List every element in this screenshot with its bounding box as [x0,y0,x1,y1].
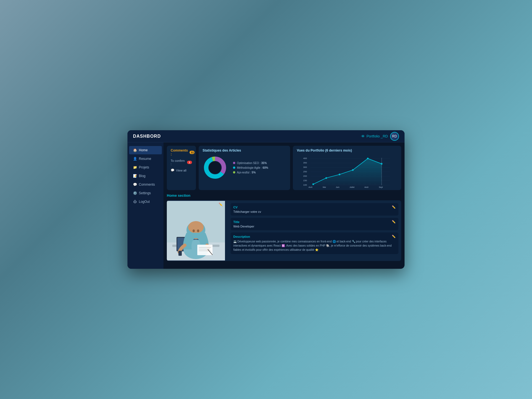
comments-title: Comments : [171,149,188,156]
home-content: ✏️ [167,200,401,261]
resume-icon: 👤 [133,157,137,161]
articles-card-title: Statistiques des Articles [203,149,286,152]
title-value: Web Developer [233,225,396,228]
body: 🏠 Home 👤 Resume 📁 Projets 📝 Blog 💬 Comme… [127,142,405,269]
sidebar-item-comments[interactable]: 💬 Comments [129,180,162,189]
sidebar-label-home: Home [139,148,148,152]
stats-row: Comments : 11 To confirm : 1 💬 View all … [167,146,401,190]
cv-block: CV ✏️ Télécharger votre cv [231,203,398,216]
sidebar-label-comments: Comments [139,183,155,186]
legend-item-seo: Optimisation SEO : 35% [233,162,268,165]
legend-dot-api [233,171,235,173]
blog-icon: 📝 [133,174,137,178]
svg-point-4 [209,162,221,174]
topbar-right: 👁 Portfolio _RD RD [361,132,399,141]
chart-point-juin [339,174,341,175]
legend-label-seo: Optimisation SEO : 35% [237,162,267,165]
avatar[interactable]: RD [390,132,399,141]
sidebar-item-resume[interactable]: 👤 Resume [129,155,162,163]
portfolio-card: Vues du Portfolio (6 derniers mois) 400 … [293,146,401,190]
photo-area: ✏️ [167,200,225,261]
desc-edit-button[interactable]: ✏️ [392,235,396,238]
svg-text:Juillet: Juillet [350,186,355,188]
comments-icon: 💬 [133,183,137,186]
legend-item-agile: Méthodologie Agile : 60% [233,166,268,169]
svg-text:Avril: Avril [309,186,313,188]
main-window: DASHBORD 👁 Portfolio _RD RD 🏠 Home 👤 Res… [127,130,405,269]
cv-label: CV [233,206,237,209]
articles-content: Optimisation SEO : 35% Méthodologie Agil… [203,155,286,180]
chart-point-sept [381,163,383,165]
sidebar-item-settings[interactable]: ⚙️ Settings [129,189,162,197]
svg-text:150: 150 [303,179,307,182]
app-title: DASHBORD [133,134,161,139]
confirm-row: To confirm : 1 [171,159,192,166]
person-illustration [167,200,225,261]
chart-legend: Optimisation SEO : 35% Méthodologie Agil… [233,162,268,174]
donut-chart [203,155,227,180]
svg-text:Juin: Juin [336,186,339,188]
confirm-label: To confirm : [171,159,185,166]
cv-edit-button[interactable]: ✏️ [392,205,396,209]
confirm-badge: 1 [187,161,192,164]
projets-icon: 📁 [133,165,137,169]
portfolio-label: Portfolio _RD [367,134,388,138]
title-block: Title ✏️ Web Developer [231,218,398,230]
main-content: Comments : 11 To confirm : 1 💬 View all … [163,142,405,269]
sidebar-item-projets[interactable]: 📁 Projets [129,163,162,172]
svg-text:100: 100 [303,184,307,186]
sidebar: 🏠 Home 👤 Resume 📁 Projets 📝 Blog 💬 Comme… [127,142,163,269]
articles-card: Statistiques des Articles [199,146,290,190]
legend-label-api: Api-restful : 5% [237,171,256,174]
desc-label: Description [233,235,250,238]
title-edit-button[interactable]: ✏️ [392,220,396,224]
comments-header: Comments : 11 [171,149,192,156]
chart-point-juillet [352,169,354,171]
sidebar-item-blog[interactable]: 📝 Blog [129,172,162,180]
cv-block-header: CV ✏️ [233,205,396,209]
donut-svg [203,155,227,180]
view-all-label: View all [176,169,186,172]
view-all-icon: 💬 [171,168,175,172]
sidebar-label-logout: LogOut [139,200,150,204]
title-label: Title [233,220,239,224]
legend-item-api: Api-restful : 5% [233,171,268,174]
svg-rect-38 [178,251,182,256]
sidebar-label-blog: Blog [139,174,145,178]
portfolio-link[interactable]: 👁 Portfolio _RD [361,134,388,139]
legend-dot-seo [233,162,235,164]
sidebar-label-projets: Projets [139,165,149,169]
svg-text:Sept: Sept [379,186,383,188]
view-all-button[interactable]: 💬 View all [171,168,192,172]
svg-text:300: 300 [303,166,307,168]
sidebar-item-logout[interactable]: ⏻ LogOut [129,198,162,206]
sidebar-label-settings: Settings [139,191,151,195]
sidebar-item-home[interactable]: 🏠 Home [129,146,162,154]
sidebar-label-resume: Resume [139,157,151,161]
svg-text:Août: Août [364,186,368,188]
cv-value: Télécharger votre cv [233,210,396,213]
chart-point-avril [313,183,314,185]
legend-label-agile: Méthodologie Agile : 60% [237,166,268,169]
home-icon: 🏠 [133,148,137,152]
desc-block-header: Description ✏️ [233,235,396,238]
eye-icon: 👁 [361,134,365,139]
svg-text:250: 250 [303,170,307,173]
svg-point-37 [197,229,199,232]
logout-icon: ⏻ [133,200,137,204]
right-content: CV ✏️ Télécharger votre cv Title ✏️ Web … [228,200,401,261]
svg-rect-39 [197,245,213,255]
svg-text:200: 200 [303,175,307,177]
portfolio-chart-svg: 400 350 300 250 200 150 100 [297,155,397,188]
legend-dot-agile [233,167,235,169]
title-block-header: Title ✏️ [233,220,396,224]
photo-edit-icon[interactable]: ✏️ [219,203,223,206]
svg-text:350: 350 [303,162,307,164]
svg-text:400: 400 [303,157,307,160]
description-block: Description ✏️ 💻 Développeuse web passio… [231,232,398,254]
desc-value: 💻 Développeuse web passionnée, je combin… [233,239,396,252]
settings-icon: ⚙️ [133,191,137,195]
topbar: DASHBORD 👁 Portfolio _RD RD [127,130,405,142]
chart-point-aout [367,158,369,159]
portfolio-card-title: Vues du Portfolio (6 derniers mois) [297,149,397,152]
